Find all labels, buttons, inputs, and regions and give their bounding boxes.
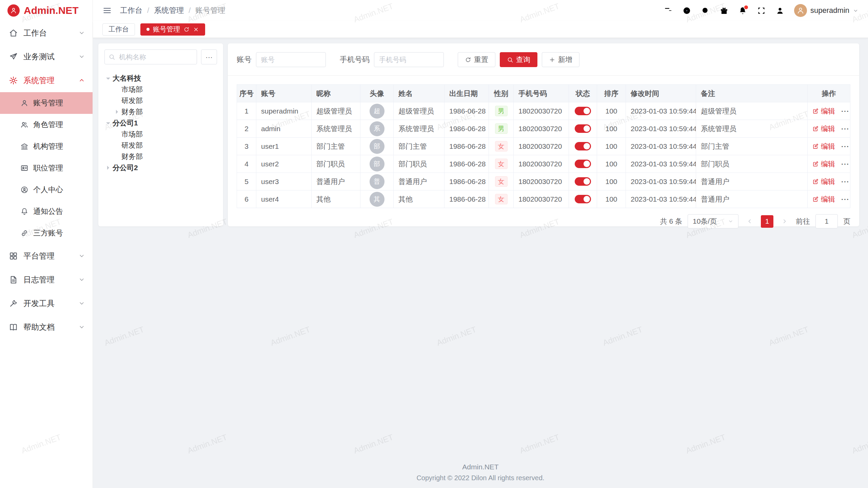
edit-button[interactable]: 编辑 [812,177,835,186]
book-icon [9,323,18,332]
sidebar-item-system-management[interactable]: 系统管理 [0,68,93,92]
search-button[interactable]: 查询 [500,52,537,67]
status-toggle[interactable] [575,142,591,150]
cell-operations: 编辑··· [808,102,850,120]
notification-icon[interactable] [738,6,747,15]
sidebar-item-dev-tools[interactable]: 开发工具 [0,291,93,315]
row-more-button[interactable]: ··· [841,160,849,168]
tree-node[interactable]: 研发部 [113,140,217,151]
sidebar-item-notice[interactable]: 通知公告 [0,201,93,222]
tree-node[interactable]: 大名科技 [104,73,217,84]
edit-button[interactable]: 编辑 [812,124,835,134]
status-toggle[interactable] [575,160,591,168]
sidebar-item-personal-center[interactable]: 个人中心 [0,179,93,201]
sidebar-item-help-docs[interactable]: 帮助文档 [0,315,93,339]
cell-remark: 部门职员 [696,155,808,173]
search-icon[interactable] [701,6,710,15]
reset-button[interactable]: 重置 [458,52,495,67]
edit-button[interactable]: 编辑 [812,195,835,204]
org-more-button[interactable]: ··· [201,49,217,64]
cell-modified-time: 2023-01-03 10:59:44 [626,173,696,190]
breadcrumb-item[interactable]: 工作台 [120,5,142,16]
cell-nickname: 系统管理员 [312,120,360,138]
theme-icon[interactable] [682,6,691,15]
reset-button-label: 重置 [474,55,488,64]
chevron-down-icon [78,252,85,259]
edit-icon [812,108,819,114]
tree-node-label: 财务部 [121,107,143,117]
cell-index: 4 [237,155,256,173]
edit-button[interactable]: 编辑 [812,106,835,116]
breadcrumb-item[interactable]: 账号管理 [195,5,225,16]
sidebar-item-platform-management[interactable]: 平台管理 [0,244,93,268]
sidebar-item-account-management[interactable]: 账号管理 [0,92,93,114]
profile-icon[interactable] [775,6,785,15]
org-panel: ··· 大名科技市场部研发部财务部分公司1市场部研发部财务部分公司2 [98,43,223,226]
cell-birthdate: 1986-06-28 [445,155,489,173]
column-header: 操作 [808,85,850,102]
cell-name: 系统管理员 [394,120,445,138]
edit-button[interactable]: 编辑 [812,142,835,151]
tree-node[interactable]: 分公司1 [104,117,217,128]
edit-button[interactable]: 编辑 [812,159,835,169]
tree-node[interactable]: 财务部 [113,106,217,117]
prev-page-button[interactable] [744,216,755,227]
caret-down-icon[interactable] [104,119,113,127]
sidebar-item-role-management[interactable]: 角色管理 [0,114,93,136]
tab-workbench[interactable]: 工作台 [102,23,135,36]
sidebar-item-label: 账号管理 [33,98,93,108]
tree-node[interactable]: 研发部 [113,95,217,106]
next-page-button[interactable] [779,216,790,227]
status-toggle[interactable] [575,107,591,115]
sidebar-item-workbench[interactable]: 工作台 [0,21,93,45]
cell-remark: 部门主管 [696,138,808,155]
gift-icon[interactable] [719,6,729,15]
tree-node[interactable]: 分公司2 [104,162,217,173]
tree-node[interactable]: 市场部 [113,128,217,140]
tree-node[interactable]: 财务部 [113,151,217,162]
page-size-select[interactable]: 10条/页 [688,214,738,228]
edit-icon [812,125,819,132]
tab-account-management[interactable]: 账号管理 [140,23,205,36]
tree-node-label: 研发部 [121,96,143,105]
sidebar-item-position-management[interactable]: 职位管理 [0,157,93,179]
refresh-icon[interactable] [183,26,190,33]
tab-label: 账号管理 [153,25,180,34]
row-more-button[interactable]: ··· [841,107,849,115]
row-more-button[interactable]: ··· [841,142,849,150]
caret-right-icon[interactable] [113,108,121,116]
status-toggle[interactable] [575,177,591,186]
app-logo[interactable]: Admin.NET [0,0,93,21]
account-query-input[interactable] [256,52,326,67]
sidebar-item-business-test[interactable]: 业务测试 [0,45,93,68]
user-menu[interactable]: superadmin [794,4,859,17]
cell-phone: 18020030720 [514,138,569,155]
hamburger-menu-icon[interactable] [102,6,112,15]
font-size-icon[interactable] [664,6,673,15]
row-more-button[interactable]: ··· [841,125,849,133]
caret-down-icon[interactable] [104,75,113,82]
app-title: Admin.NET [24,5,79,16]
sidebar-item-org-management[interactable]: 机构管理 [0,136,93,157]
tree-children: 市场部研发部财务部 [104,128,217,162]
phone-query-input[interactable] [374,52,444,67]
row-more-button[interactable]: ··· [841,195,849,203]
close-icon[interactable] [193,26,199,33]
breadcrumb-item[interactable]: 系统管理 [154,5,184,16]
sidebar-item-third-account[interactable]: 三方账号 [0,222,93,244]
org-search-input[interactable] [104,49,197,64]
search-icon [507,57,513,63]
page-number-button[interactable]: 1 [761,215,773,228]
goto-page-input[interactable] [815,214,838,228]
row-more-button[interactable]: ··· [841,178,849,186]
cell-index: 6 [237,190,256,208]
tree-node[interactable]: 市场部 [113,84,217,95]
add-button[interactable]: 新增 [542,52,579,67]
cell-birthdate: 1986-06-28 [445,190,489,208]
status-toggle[interactable] [575,195,591,203]
caret-right-icon[interactable] [104,164,113,171]
sidebar-item-log-management[interactable]: 日志管理 [0,268,93,291]
avatar: 系 [370,121,384,136]
fullscreen-icon[interactable] [757,6,766,15]
status-toggle[interactable] [575,124,591,133]
